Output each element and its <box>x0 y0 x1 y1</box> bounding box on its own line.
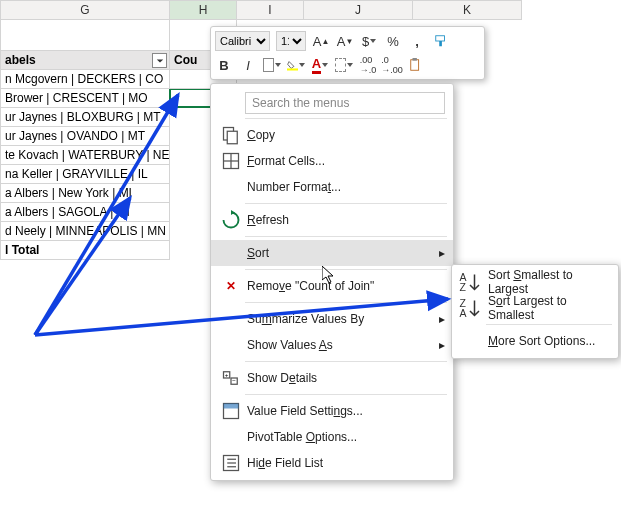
row-label-cell[interactable]: ur Jaynes | OVANDO | MT <box>0 126 170 146</box>
column-header-H[interactable]: H <box>169 0 237 20</box>
comma-icon[interactable]: , <box>408 32 426 50</box>
menu-item-hide-field-list[interactable]: Hide Field List <box>211 450 453 476</box>
cell-text: a Albers | SAGOLA | MI <box>5 205 130 219</box>
font-select[interactable]: Calibri <box>215 31 270 51</box>
submenu-item-sort-asc[interactable]: AZ Sort Smallest to Largest <box>452 269 618 295</box>
row-label-cell[interactable]: d Neely | MINNEAPOLIS | MN <box>0 221 170 241</box>
menu-item-refresh[interactable]: Refresh <box>211 207 453 233</box>
submenu-arrow-icon: ▸ <box>435 338 445 352</box>
menu-separator <box>245 203 447 204</box>
sort-ascending-icon: AZ <box>458 272 482 292</box>
row-labels-header[interactable]: abels <box>0 50 170 70</box>
column-header-I[interactable]: I <box>236 0 304 20</box>
svg-rect-0 <box>436 36 445 41</box>
svg-rect-3 <box>411 60 419 71</box>
svg-rect-2 <box>287 68 298 70</box>
blank-icon <box>221 243 241 263</box>
cell-text: a Albers | New York | MI <box>5 186 132 200</box>
menu-item-number-format[interactable]: Number Format... <box>211 174 453 200</box>
submenu-item-sort-desc[interactable]: ZA Sort Largest to Smallest <box>452 295 618 321</box>
menu-separator <box>245 361 447 362</box>
sort-descending-icon: ZA <box>458 298 482 318</box>
row-label-cell[interactable]: n Mcgovern | DECKERS | CO <box>0 69 170 89</box>
column-header-K[interactable]: K <box>412 0 522 20</box>
col-label: I <box>268 3 271 17</box>
cell-text: ur Jaynes | OVANDO | MT <box>5 129 145 143</box>
grand-total-cell[interactable]: l Total <box>0 240 170 260</box>
submenu-arrow-icon: ▸ <box>435 312 445 326</box>
cell-text: te Kovach | WATERBURY | NE <box>5 148 170 162</box>
italic-button[interactable]: I <box>239 56 257 74</box>
show-details-icon: +− <box>221 368 241 388</box>
menu-separator <box>245 394 447 395</box>
menu-item-copy[interactable]: CCopyopy <box>211 122 453 148</box>
menu-item-show-as[interactable]: Show Values As ▸ <box>211 332 453 358</box>
more-borders-icon[interactable] <box>335 56 353 74</box>
menu-item-summarize[interactable]: Summarize Values By ▸ <box>211 306 453 332</box>
cell-text: n Mcgovern | DECKERS | CO <box>5 72 163 86</box>
menu-search-input[interactable]: Search the menus <box>245 92 445 114</box>
italic-label: I <box>246 58 250 73</box>
svg-rect-4 <box>413 58 417 61</box>
blank-icon <box>221 177 241 197</box>
menu-item-pivottable-options[interactable]: PivotTable Options... <box>211 424 453 450</box>
svg-text:−: − <box>232 377 236 384</box>
menu-item-sort[interactable]: Sort ▸ <box>211 240 453 266</box>
blank-icon <box>221 335 241 355</box>
borders-icon[interactable] <box>263 56 281 74</box>
menu-separator <box>245 269 447 270</box>
svg-text:A: A <box>460 307 467 319</box>
menu-item-format-cells[interactable]: Format Cells... <box>211 148 453 174</box>
count-header-text: Cou <box>174 53 197 67</box>
fill-color-icon[interactable] <box>287 56 305 74</box>
increase-font-icon[interactable]: A▲ <box>312 32 330 50</box>
row-labels-text: abels <box>5 53 36 67</box>
mini-toolbar: Calibri 11 A▲ A▼ $ % , B I A .00→.0 .0→.… <box>210 26 485 80</box>
cell-text: Brower | CRESCENT | MO <box>5 91 148 105</box>
decrease-decimal-icon[interactable]: .0→.00 <box>383 56 401 74</box>
remove-icon: ✕ <box>221 276 241 296</box>
cell-text: na Keller | GRAYVILLE | IL <box>5 167 148 181</box>
font-size-select[interactable]: 11 <box>276 31 306 51</box>
blank-icon <box>221 427 241 447</box>
currency-icon[interactable]: $ <box>360 32 378 50</box>
format-painter-icon[interactable] <box>432 32 450 50</box>
column-header-J[interactable]: J <box>303 0 413 20</box>
font-color-icon[interactable]: A <box>311 56 329 74</box>
blank-cell[interactable] <box>0 19 170 51</box>
menu-separator <box>245 302 447 303</box>
cell-text: l Total <box>5 243 39 257</box>
increase-decimal-icon[interactable]: .00→.0 <box>359 56 377 74</box>
copy-icon <box>221 125 241 145</box>
filter-dropdown-button[interactable] <box>152 53 167 68</box>
decrease-font-icon[interactable]: A▼ <box>336 32 354 50</box>
col-label: J <box>355 3 361 17</box>
menu-item-field-settings[interactable]: Value Field Settings... <box>211 398 453 424</box>
bold-label: B <box>219 58 228 73</box>
menu-item-show-details[interactable]: +− Show Details <box>211 365 453 391</box>
row-label-cell[interactable]: te Kovach | WATERBURY | NE <box>0 145 170 165</box>
row-label-cell[interactable]: ur Jaynes | BLOXBURG | MT <box>0 107 170 127</box>
row-label-cell[interactable]: a Albers | New York | MI <box>0 183 170 203</box>
menu-separator <box>245 118 447 119</box>
percent-icon[interactable]: % <box>384 32 402 50</box>
submenu-item-more-sort[interactable]: More Sort Options... <box>452 328 618 354</box>
svg-text:Z: Z <box>460 281 467 293</box>
field-settings-icon <box>221 401 241 421</box>
row-label-cell[interactable]: na Keller | GRAYVILLE | IL <box>0 164 170 184</box>
cell-text: ur Jaynes | BLOXBURG | MT <box>5 110 161 124</box>
svg-rect-15 <box>224 404 239 409</box>
submenu-arrow-icon: ▸ <box>435 246 445 260</box>
bold-button[interactable]: B <box>215 56 233 74</box>
format-cells-icon <box>221 151 241 171</box>
col-label: K <box>463 3 471 17</box>
hide-field-list-icon <box>221 453 241 473</box>
sort-submenu: AZ Sort Smallest to Largest ZA Sort Larg… <box>451 264 619 359</box>
blank-icon <box>458 331 482 351</box>
row-label-cell[interactable]: Brower | CRESCENT | MO <box>0 88 170 108</box>
row-label-cell[interactable]: a Albers | SAGOLA | MI <box>0 202 170 222</box>
menu-separator <box>245 236 447 237</box>
svg-text:+: + <box>225 371 229 378</box>
column-header-G[interactable]: G <box>0 0 170 20</box>
paste-options-icon[interactable] <box>407 56 425 74</box>
